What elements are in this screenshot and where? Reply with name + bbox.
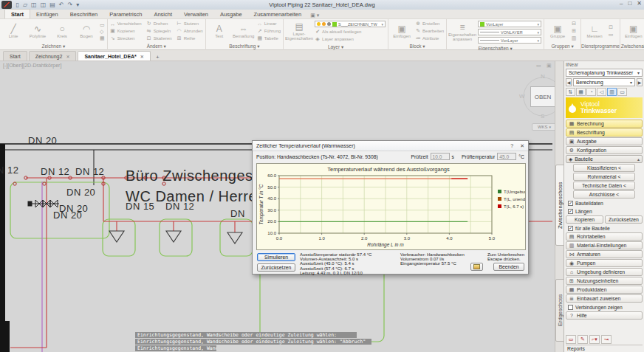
save-icon[interactable]: ◫ — [30, 1, 39, 9]
compass-south[interactable]: S — [541, 113, 544, 120]
card-icon[interactable]: ▭ — [617, 88, 627, 96]
close-icon[interactable]: ✕ — [66, 54, 69, 59]
command-line-text[interactable]: Einrichtungsgegenstand, Wandscheibe — [135, 345, 216, 351]
scheme-select[interactable]: Schemaplanung Trinkwasser▾ — [566, 69, 643, 77]
close-icon[interactable]: ✕ — [520, 143, 524, 149]
sidebar-button-konfiguration[interactable]: ⚙Konfiguration — [566, 146, 643, 154]
checkbox-checked-icon[interactable]: ✓ — [568, 209, 573, 214]
open-file-icon[interactable]: ▱ — [21, 1, 29, 9]
pie-icon[interactable]: ◔ — [586, 88, 596, 96]
ribbon-item-icon[interactable]: ▭ — [608, 31, 615, 38]
beenden-button[interactable]: Beenden — [493, 263, 524, 271]
reports-label[interactable]: Reports — [566, 345, 643, 351]
sidebar-button-technische-daten-[interactable]: Technische Daten < — [573, 182, 635, 190]
ribbon-item-Drehen[interactable]: ↻Drehen — [146, 20, 172, 27]
ribbon-item-icon[interactable]: ⊡ — [608, 24, 615, 31]
property-select-2[interactable]: VonLayer▾ — [478, 37, 541, 44]
prev-mode-button[interactable]: ◀ — [566, 78, 572, 86]
property-select-1[interactable]: VONLAYER▾ — [478, 29, 541, 35]
checkbox-row-längen[interactable]: ✓Längen — [566, 207, 643, 215]
next-mode-button[interactable]: ▶ — [637, 78, 643, 86]
ribbon-item-gruppe[interactable]: ▣Gruppe — [547, 24, 569, 38]
ribbon-item-bogen[interactable]: ◠Bogen — [75, 24, 97, 38]
app-logo-icon[interactable] — [1, 1, 12, 9]
minimize-icon[interactable]: – — [620, 0, 623, 7]
undo-icon[interactable]: ↶ — [57, 1, 66, 9]
ribbon-item-Linear[interactable]: ⇔Linear — [257, 20, 281, 27]
ribbon-group-label[interactable]: Block ▾ — [388, 43, 446, 50]
sound-toggle-button[interactable] — [470, 263, 483, 271]
wks-badge[interactable]: WKS▾ — [532, 123, 555, 131]
ribbon-item-Attribute[interactable]: ≔Attribute — [415, 35, 444, 42]
calculator-icon[interactable]: ▥ — [607, 88, 617, 96]
checkbox-row-für-alle-bauteile[interactable]: ✓für alle Bauteile — [566, 224, 643, 232]
maximize-icon[interactable]: □ — [628, 0, 631, 7]
ribbon-item-icon[interactable]: ▥ — [571, 35, 578, 42]
ribbon-item-icon[interactable]: ⊞ — [571, 27, 578, 35]
ribbon-tab-beschriften[interactable]: Beschriften — [64, 10, 104, 18]
ribbon-group-label[interactable]: Dienstprogramme ▾ — [581, 43, 620, 50]
ribbon-group-label[interactable]: Zwischenablage — [620, 43, 644, 50]
speaker-icon[interactable]: ◁ — [597, 88, 606, 96]
ribbon-item-Verschieben[interactable]: ↔Verschieben — [110, 20, 142, 27]
sidebar-button-beschriftung[interactable]: ▤Beschriftung — [566, 128, 643, 137]
ribbon-group-label[interactable]: Layer ▾ — [284, 44, 388, 50]
ribbon-tab-ausgabe[interactable]: Ausgabe — [214, 10, 248, 18]
checkbox-row-bauteildaten[interactable]: ✓Bauteildaten — [566, 199, 643, 207]
layer-select[interactable]: S___ZEICHNEN_TW▾ — [315, 21, 386, 27]
sidebar-button-nutzungseinheiten[interactable]: ⊞Nutzungseinheiten — [566, 277, 643, 285]
ribbon-item-Erstellen[interactable]: ⊕Erstellen — [415, 20, 444, 27]
ribbon-item-Spiegeln[interactable]: ⇋Spiegeln — [146, 27, 172, 35]
ribbon-item-Tabelle[interactable]: ▦Tabelle — [257, 35, 281, 42]
ribbon-item-kreis[interactable]: ○Kreis — [51, 24, 73, 38]
ribbon-item-einfügen[interactable]: ▣Einfügen — [623, 24, 644, 38]
sidebar-button-rohrmaterial-[interactable]: Rohrmaterial < — [573, 173, 635, 181]
sidebar-button-material-einstellungen[interactable]: ▥Material-Einstellungen — [566, 241, 643, 249]
viewcube-top-face[interactable]: OBEN — [530, 86, 555, 107]
close-icon[interactable]: ✕ — [637, 0, 642, 7]
ribbon-item-linie[interactable]: ╱Linie — [2, 24, 24, 38]
ribbon-item-Abrunden[interactable]: ◠Abrunden — [177, 27, 203, 35]
sidebar-button-armaturen[interactable]: ⋈Armaturen — [566, 250, 643, 258]
ribbon-item-icon[interactable]: ⊟ — [571, 20, 578, 27]
sidebar-button-anschlüsse-[interactable]: Anschlüsse < — [573, 190, 635, 199]
sidebar-section-bauteile[interactable]: ◈Bauteile▴ — [566, 155, 643, 163]
checkbox-unchecked-icon[interactable] — [568, 305, 573, 310]
sidebar-button-klassifizieren-[interactable]: Klassifizieren < — [573, 164, 635, 172]
ribbon-tab-verwalten[interactable]: Verwalten — [178, 10, 214, 18]
document-tab-zeichnung2[interactable]: Zeichnung2✕ — [29, 51, 77, 61]
ribbon-extra-icon[interactable]: ▭ — [100, 21, 105, 28]
ribbon-item-einfügen[interactable]: ▣Einfügen — [391, 24, 413, 38]
ribbon-tab-ansicht[interactable]: Ansicht — [148, 10, 178, 18]
ribbon-item-layer--eigenschaften[interactable]: ▤Layer- Eigenschaften — [286, 22, 312, 41]
grid-icon[interactable]: ▦ — [576, 88, 586, 96]
ribbon-item-bemaßung[interactable]: ⇔Bemaßung — [233, 24, 255, 38]
sidebar-button-pumpen[interactable]: ◉Pumpen — [566, 259, 643, 267]
sidebar-button-umgebung-definieren[interactable]: ⌂Umgebung definieren — [566, 268, 643, 276]
ribbon-group-label[interactable]: Beschriftung ▾ — [206, 43, 283, 50]
redo-icon[interactable]: ↷ — [66, 1, 75, 9]
viewport-label[interactable]: [-][Oben][2D-Drahtkörper] — [3, 63, 61, 68]
property-select-0[interactable]: VonLayer▾ — [478, 21, 541, 27]
ribbon-tab-parametrisch[interactable]: Parametrisch — [103, 10, 148, 18]
document-tab-start[interactable]: Start — [3, 51, 27, 61]
ribbon-item-Führung[interactable]: ↗Führung — [257, 27, 281, 35]
prueftemperatur-input[interactable]: 45.0 — [497, 153, 516, 160]
ribbon-item-polylinie[interactable]: ∿Polylinie — [27, 24, 49, 38]
checkbox-checked-icon[interactable]: ✓ — [568, 201, 573, 206]
ribbon-item-Stutzen[interactable]: ⊢Stutzen — [177, 20, 203, 27]
sidebar-button-ausgabe[interactable]: ▣Ausgabe — [566, 137, 643, 145]
compass-north[interactable]: N — [541, 73, 545, 80]
pruefzeit-input[interactable]: 10.0 — [431, 153, 450, 160]
command-line-text[interactable]: Einrichtungsgegenstand, Wandscheibe oder… — [135, 339, 371, 345]
ribbon-group-label[interactable]: Gruppen ▾ — [544, 43, 580, 50]
ribbon-item-messen[interactable]: ∟Messen — [583, 24, 606, 38]
save-as-icon[interactable]: ◫ — [38, 1, 48, 9]
mode-select[interactable]: Berechnung▾ — [573, 78, 635, 86]
ribbon-item-text[interactable]: AText — [208, 24, 230, 38]
corner-dropdown-icon[interactable]: ⌐▾ — [589, 335, 600, 344]
ribbon-more-icon[interactable]: ▣ ▾ — [310, 13, 319, 18]
ribbon-item-Reihe[interactable]: ⊞Reihe — [177, 35, 203, 42]
sidebar-button-einbauart-zuweisen[interactable]: ≣Einbauart zuweisen — [566, 294, 643, 303]
ribbon-item-eigenschaften-anpassen[interactable]: ≡Eigenschaften anpassen — [449, 23, 476, 41]
